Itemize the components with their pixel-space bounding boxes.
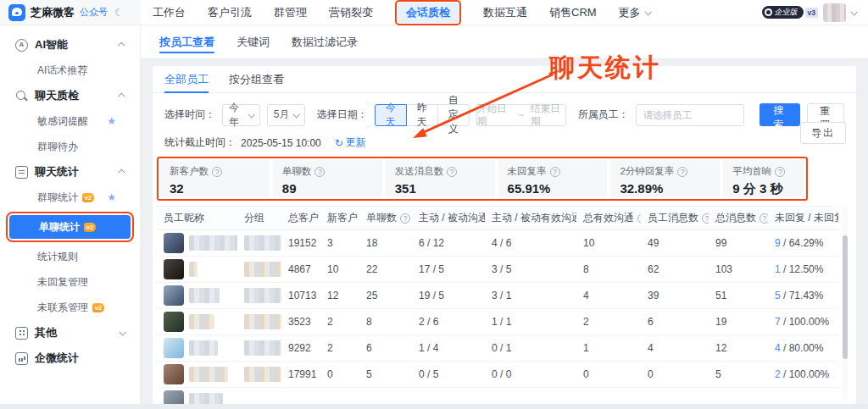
search-button[interactable]: 搜索	[760, 103, 801, 126]
nav-customer-acquisition[interactable]: 客户引流	[208, 5, 252, 20]
unreplied-cell: 4 / 80.00%	[768, 335, 838, 362]
single-chats-cell[interactable]: 6	[359, 335, 412, 362]
help-icon[interactable]	[775, 167, 785, 177]
sidebar-section-qiwei-stats[interactable]: 企微统计	[0, 345, 140, 371]
single-chats-cell[interactable]: 5	[359, 362, 412, 388]
total-customers-cell[interactable]: 10713	[281, 283, 320, 309]
table-row[interactable]: 10713 12 25 19 / 5 3 / 1 4 39 51 5 / 71.…	[157, 283, 838, 309]
active-passive-valid-cell[interactable]: 0 / 1	[485, 335, 576, 362]
new-customers-cell[interactable]: 12	[320, 283, 359, 309]
sidebar-item-unreplied-management[interactable]: 未回复管理	[0, 269, 140, 295]
single-chats-cell[interactable]: 18	[359, 230, 412, 257]
unreplied-cell: 9 / 64.29%	[768, 230, 838, 257]
total-customers-cell[interactable]: 4867	[281, 257, 320, 283]
month-select[interactable]: 5月	[267, 104, 305, 126]
table-row[interactable]: 19152 3 18 6 / 12 4 / 6 10 49 99 9 / 64.…	[157, 230, 838, 257]
staff-select-input[interactable]	[636, 104, 744, 126]
nav-marketing-fission[interactable]: 营销裂变	[329, 5, 373, 20]
group-cell	[237, 309, 281, 335]
tab-all-employees[interactable]: 全部员工	[164, 66, 209, 92]
custom-range-button[interactable]: 自定义	[437, 104, 470, 126]
brand-tag[interactable]: 公众号	[80, 6, 108, 19]
col-single-chats: 单聊数	[359, 207, 412, 230]
total-customers-cell[interactable]: 19152	[281, 230, 320, 257]
sidebar-item-uncontacted-management[interactable]: 未联系管理 v2	[0, 295, 140, 320]
group-redacted	[244, 314, 281, 329]
sidebar-item-stat-rules[interactable]: 统计规则	[0, 244, 140, 269]
help-icon[interactable]	[760, 213, 768, 224]
scrollbar-thumb[interactable]	[843, 235, 848, 359]
active-passive-valid-cell[interactable]: 3 / 1	[485, 283, 576, 309]
refresh-link[interactable]: ↻ 更新	[335, 135, 366, 150]
active-passive-valid-cell[interactable]: 3 / 5	[485, 257, 576, 283]
chevron-down-icon[interactable]	[850, 8, 857, 15]
table-scrollbar[interactable]	[843, 207, 848, 400]
yesterday-button[interactable]: 昨天	[406, 104, 438, 126]
export-button[interactable]: 导出	[800, 122, 846, 144]
help-icon[interactable]	[550, 167, 560, 177]
table-row-partial[interactable]	[157, 388, 838, 405]
sidebar-section-other[interactable]: 其他	[0, 320, 140, 345]
sidebar-item-sensitive-words[interactable]: 敏感词提醒 ★	[0, 108, 140, 134]
active-passive-valid-cell[interactable]: 1 / 1	[485, 309, 576, 335]
user-avatar[interactable]	[823, 3, 846, 22]
table-row[interactable]: 9292 2 6 1 / 4 0 / 1 1 4 12 4 / 80.00%	[157, 335, 838, 362]
single-chats-cell[interactable]: 25	[359, 283, 412, 309]
nav-data-interop[interactable]: 数据互通	[483, 5, 527, 20]
nav-sales-crm[interactable]: 销售CRM	[549, 5, 597, 20]
total-customers-cell[interactable]: 9292	[281, 335, 320, 362]
nav-more[interactable]: 更多	[619, 5, 650, 20]
today-button[interactable]: 今天	[375, 104, 407, 126]
sidebar-section-ai[interactable]: AI智能	[0, 32, 140, 58]
table-row[interactable]: 4867 10 22 17 / 5 3 / 5 8 62 103 1 / 12.…	[157, 257, 838, 283]
help-icon[interactable]	[447, 167, 457, 177]
tab-by-employee[interactable]: 按员工查看	[159, 25, 214, 58]
total-messages-cell: 5	[709, 362, 768, 388]
sidebar-section-chat-stats[interactable]: 聊天统计	[0, 159, 140, 185]
help-icon[interactable]	[637, 213, 641, 224]
active-passive-cell[interactable]: 6 / 12	[412, 230, 485, 257]
help-icon[interactable]	[314, 167, 325, 177]
annotation-box-sidebar: 单聊统计 v2	[6, 212, 134, 242]
single-chats-cell[interactable]: 8	[359, 309, 412, 335]
single-chats-cell[interactable]: 22	[359, 257, 412, 283]
sidebar-item-group-chat-stats[interactable]: 群聊统计 v2 ★	[0, 185, 140, 210]
tab-data-filter-log[interactable]: 数据过滤记录	[292, 25, 358, 58]
sidebar-section-chat-quality[interactable]: 聊天质检	[0, 83, 140, 108]
help-icon[interactable]	[400, 213, 410, 224]
sidebar-item-single-chat-stats[interactable]: 单聊统计 v2	[9, 215, 131, 239]
new-customers-cell[interactable]: 10	[320, 257, 359, 283]
active-passive-cell[interactable]: 1 / 4	[412, 335, 485, 362]
new-customers-cell[interactable]: 2	[320, 309, 359, 335]
new-customers-cell[interactable]: 2	[320, 335, 359, 362]
deadline-label: 统计截止时间：	[164, 135, 236, 150]
help-icon[interactable]	[702, 213, 709, 224]
tab-keywords[interactable]: 关键词	[236, 25, 270, 58]
table-row[interactable]: 17991 0 5 0 / 5 0 / 0 0 0 5 2 / 100.00%	[157, 362, 838, 388]
table-row[interactable]: 3523 2 8 2 / 6 1 / 1 2 6 19 7 / 100.00%	[157, 309, 838, 335]
total-customers-cell[interactable]: 3523	[281, 309, 320, 335]
active-passive-cell[interactable]: 19 / 5	[412, 283, 485, 309]
nav-group-management[interactable]: 群管理	[274, 5, 307, 20]
help-icon[interactable]	[677, 167, 687, 177]
group-cell	[237, 335, 281, 362]
new-customers-cell[interactable]: 0	[320, 362, 359, 388]
active-passive-cell[interactable]: 0 / 5	[412, 362, 485, 388]
star-icon[interactable]: ★	[107, 191, 116, 203]
star-icon[interactable]: ★	[107, 115, 116, 127]
total-customers-cell[interactable]: 17991	[281, 362, 320, 388]
help-icon[interactable]	[212, 167, 222, 177]
dark-mode-icon[interactable]: ☾	[114, 7, 124, 19]
sidebar-item-group-todo[interactable]: 群聊待办	[0, 134, 140, 159]
tab-by-group[interactable]: 按分组查看	[229, 66, 284, 92]
year-select[interactable]: 今年	[222, 104, 260, 126]
nav-workbench[interactable]: 工作台	[153, 5, 186, 20]
active-passive-cell[interactable]: 2 / 6	[412, 309, 485, 335]
active-passive-valid-cell[interactable]: 0 / 0	[485, 362, 576, 388]
sidebar-item-ai-script[interactable]: AI话术推荐	[0, 58, 140, 83]
new-customers-cell[interactable]: 3	[320, 230, 359, 257]
active-passive-cell[interactable]: 17 / 5	[412, 257, 485, 283]
date-range-input[interactable]: 开始日期 ~ 结束日期	[476, 104, 566, 126]
nav-session-quality[interactable]: 会话质检	[398, 3, 459, 23]
active-passive-valid-cell[interactable]: 4 / 6	[485, 230, 576, 257]
